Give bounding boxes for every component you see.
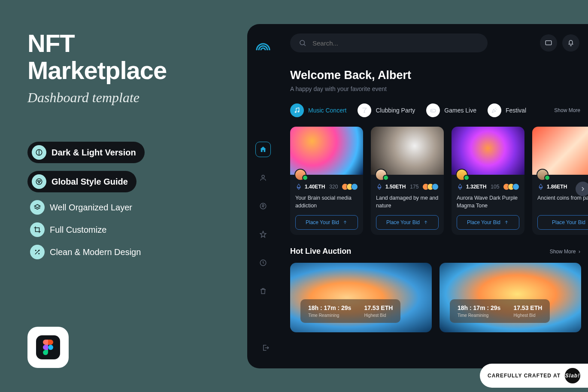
crop-icon	[30, 222, 45, 237]
svg-point-3	[39, 181, 40, 182]
arrow-up-icon	[423, 220, 428, 225]
eth-icon	[457, 183, 464, 190]
verified-icon	[383, 175, 389, 181]
category-games[interactable]: Games Live	[426, 103, 476, 117]
time-remaining: 18h : 17m : 29s	[458, 304, 500, 311]
drink-icon	[358, 103, 371, 117]
bell-icon	[567, 39, 575, 47]
svg-point-10	[260, 203, 266, 209]
svg-rect-16	[430, 109, 436, 112]
nft-card[interactable]: 1.40ETH 320 Your Brain social media addi…	[290, 127, 363, 235]
svg-point-2	[38, 181, 39, 182]
gamepad-icon	[426, 103, 440, 117]
figma-icon	[36, 335, 60, 359]
place-bid-button[interactable]: Place Your Bid	[537, 215, 588, 230]
verified-icon	[544, 175, 550, 181]
svg-point-9	[262, 175, 264, 178]
feature-dark-light: Dark & Light Version	[27, 142, 145, 163]
nft-price: 1.32ETH	[466, 184, 486, 190]
verified-icon	[464, 175, 470, 181]
music-icon	[290, 103, 304, 117]
arrow-up-icon	[504, 220, 509, 225]
eth-icon	[537, 183, 544, 190]
nft-card[interactable]: 1.32ETH 105 Aurora Wave Dark Purple Magm…	[452, 127, 524, 235]
topbar	[290, 33, 588, 52]
nft-price: 1.86ETH	[547, 184, 567, 190]
main-content: Welcome Back, Albert A happy day with yo…	[279, 24, 588, 368]
crafted-label: CAREFULLY CRAFTED AT	[488, 373, 561, 379]
welcome-subtitle: A happy day with your favorite event	[290, 85, 588, 92]
nav-group	[255, 142, 271, 299]
auction-card[interactable]: 18h : 17m : 29sTime Reamining 17.53 ETHH…	[439, 263, 581, 332]
category-music[interactable]: Music Concert	[290, 103, 346, 117]
categories-show-more[interactable]: Show More	[554, 107, 580, 113]
nft-image	[452, 127, 524, 175]
category-festival[interactable]: Festival	[488, 103, 526, 117]
message-icon	[545, 39, 552, 47]
feature-list: Dark & Light Version Global Style Guide …	[27, 142, 216, 259]
nft-count: 320	[329, 184, 338, 190]
time-remaining: 18h : 17m : 29s	[308, 304, 351, 311]
nav-profile[interactable]	[255, 170, 271, 185]
nft-image	[371, 127, 444, 175]
verified-icon	[302, 175, 308, 181]
arrow-up-icon	[342, 220, 348, 225]
chevron-right-icon	[579, 185, 586, 192]
welcome-header: Welcome Back, Albert A happy day with yo…	[290, 69, 588, 92]
nft-title: Aurora Wave Dark Purple Magma Tone	[457, 194, 519, 209]
place-bid-button[interactable]: Place Your Bid	[457, 215, 519, 230]
time-label: Time Reamining	[458, 313, 500, 318]
feature-layers: Well Organized Layer	[27, 200, 132, 215]
highest-bid: 17.53 ETH	[364, 304, 393, 311]
auction-show-more[interactable]: Show More ›	[550, 249, 580, 255]
nft-card[interactable]: 1.86ETH Ancient coins from past Place Yo…	[532, 127, 588, 235]
nav-explore[interactable]	[255, 198, 271, 214]
sidebar	[247, 24, 279, 368]
hot-auction-header: Hot Live Auction Show More ›	[290, 247, 588, 256]
confetti-icon	[488, 103, 501, 117]
palette-icon	[32, 174, 46, 189]
messages-button[interactable]	[540, 34, 557, 52]
app-window: Welcome Back, Albert A happy day with yo…	[247, 24, 588, 368]
notifications-button[interactable]	[562, 34, 579, 52]
nav-trash[interactable]	[255, 283, 271, 299]
section-title: Hot Live Auction	[290, 247, 351, 256]
crafted-brand: Slab!	[565, 368, 580, 383]
promo-subtitle: Dashboard template	[27, 90, 216, 106]
promo-panel: NFT Marketplace Dashboard template Dark …	[27, 30, 216, 259]
app-logo	[255, 36, 272, 53]
category-clubbing[interactable]: Clubbing Party	[358, 103, 415, 117]
svg-point-4	[39, 182, 39, 183]
place-bid-button[interactable]: Place Your Bid	[376, 215, 439, 230]
nav-favorites[interactable]	[255, 227, 271, 242]
auctions-row: 18h : 17m : 29sTime Reamining 17.53 ETHH…	[290, 263, 588, 332]
time-label: Time Reamining	[308, 313, 351, 318]
bidders-avatars	[505, 183, 519, 190]
nft-count: 175	[410, 184, 418, 190]
nft-card[interactable]: 1.50ETH 175 Land damaged by me and natur…	[371, 127, 444, 235]
nav-history[interactable]	[255, 255, 271, 270]
nft-title: Ancient coins from past	[537, 194, 588, 209]
nft-image	[290, 127, 363, 175]
auction-info: 18h : 17m : 29sTime Reamining 17.53 ETHH…	[300, 299, 400, 323]
nft-title: Land damaged by me and nature	[376, 194, 439, 209]
figma-badge	[27, 327, 69, 368]
nav-logout[interactable]	[258, 340, 273, 356]
category-tabs: Music Concert Clubbing Party Games Live …	[290, 103, 588, 117]
bidders-avatars	[344, 183, 358, 190]
bid-label: Highest Bid	[513, 313, 542, 318]
nft-image	[532, 127, 588, 175]
nav-home[interactable]	[255, 142, 271, 157]
place-bid-button[interactable]: Place Your Bid	[295, 215, 358, 230]
auction-card[interactable]: 18h : 17m : 29sTime Reamining 17.53 ETHH…	[290, 263, 432, 332]
svg-point-6	[39, 253, 39, 254]
svg-point-7	[39, 250, 39, 251]
search-bar[interactable]	[290, 33, 488, 52]
bidders-avatars	[424, 183, 439, 190]
contrast-icon	[32, 145, 46, 160]
bid-label: Highest Bid	[364, 313, 393, 318]
promo-title: NFT Marketplace	[27, 30, 216, 84]
carousel-next-button[interactable]	[576, 182, 588, 196]
search-input[interactable]	[312, 40, 479, 47]
svg-point-8	[48, 345, 53, 350]
